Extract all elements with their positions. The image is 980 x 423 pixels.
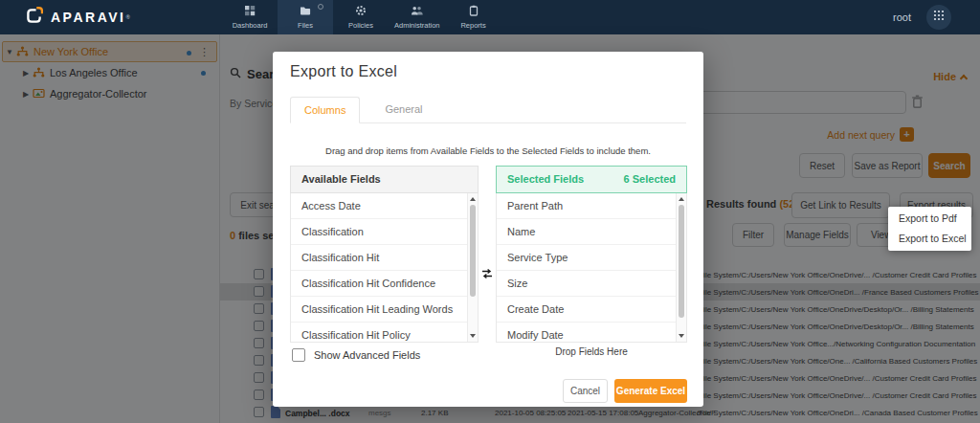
people-icon	[411, 5, 423, 18]
advanced-fields-row: Show Advanced Fields	[292, 348, 420, 362]
field-item[interactable]: Modify Date	[497, 323, 686, 343]
nav-label: Reports	[460, 21, 485, 30]
field-item[interactable]: Parent Path	[497, 193, 686, 219]
grid-dots-icon	[932, 9, 946, 26]
nav-tab-files[interactable]: Files	[278, 0, 333, 34]
show-advanced-fields-checkbox[interactable]	[292, 348, 305, 362]
nav-right: root	[893, 0, 980, 34]
export-results-menu: Export to Pdf Export to Excel	[888, 207, 971, 251]
selected-fields-body: Parent Path Name Service Type Size Creat…	[496, 193, 687, 343]
field-item[interactable]: Create Date	[497, 297, 686, 323]
show-advanced-fields-label: Show Advanced Fields	[314, 349, 420, 361]
app-grid-button[interactable]	[926, 5, 951, 30]
nav-label: Dashboard	[233, 21, 268, 30]
scroll-up-icon[interactable]	[679, 197, 684, 201]
drag-drop-instruction: Drag and drop items from Available Field…	[273, 145, 703, 156]
nav-label: Files	[298, 21, 313, 30]
available-fields-body: Access Date Classification Classificatio…	[290, 193, 479, 343]
gear-icon	[355, 5, 367, 18]
selected-fields-count: 6 Selected	[624, 167, 676, 192]
brand-registered-mark: ®	[125, 14, 132, 20]
tab-general[interactable]: General	[360, 96, 447, 122]
field-item[interactable]: Classification	[291, 219, 478, 245]
user-menu[interactable]: root	[893, 11, 911, 23]
nav-tab-dashboard[interactable]: Dashboard	[222, 0, 278, 34]
files-badge-icon	[318, 4, 323, 10]
selected-fields-list: Selected Fields 6 Selected Parent Path N…	[496, 166, 687, 343]
field-item[interactable]: Service Type	[497, 245, 686, 271]
field-item[interactable]: Classification Hit	[291, 245, 478, 271]
nav-tab-administration[interactable]: Administration	[389, 0, 446, 34]
scroll-down-icon[interactable]	[679, 334, 684, 338]
field-item[interactable]: Size	[497, 271, 686, 297]
brand-name: APARAVI®	[51, 7, 132, 28]
selected-fields-header: Selected Fields 6 Selected	[496, 166, 687, 193]
field-item[interactable]: Classification Hit Confidence	[291, 271, 478, 297]
menu-item-export-to-excel[interactable]: Export to Excel	[888, 229, 971, 249]
nav-label: Administration	[394, 21, 440, 30]
tab-columns[interactable]: Columns	[290, 97, 360, 123]
drop-fields-hint: Drop Fields Here	[496, 346, 687, 357]
scroll-up-icon[interactable]	[470, 197, 476, 201]
scrollbar[interactable]	[467, 193, 478, 342]
scrollbar[interactable]	[676, 193, 686, 342]
selected-fields-title: Selected Fields	[507, 167, 584, 192]
aparavi-logo: APARAVI®	[25, 7, 132, 29]
available-fields-header: Available Fields	[290, 166, 479, 193]
modal-tabs: Columns General	[290, 97, 686, 123]
export-to-excel-modal: Export to Excel Columns General Drag and…	[273, 52, 703, 407]
available-fields-list: Available Fields Access Date Classificat…	[290, 166, 479, 343]
scroll-thumb[interactable]	[470, 205, 476, 297]
transfer-arrows-icon	[480, 266, 494, 283]
cancel-button[interactable]: Cancel	[563, 379, 608, 403]
modal-title: Export to Excel	[290, 63, 397, 80]
menu-item-export-to-pdf[interactable]: Export to Pdf	[888, 209, 971, 229]
scroll-thumb[interactable]	[679, 205, 684, 318]
generate-excel-button[interactable]: Generate Excel	[614, 379, 687, 403]
field-item[interactable]: Classification Hit Leading Words	[291, 297, 478, 323]
scroll-down-icon[interactable]	[470, 334, 476, 338]
dashboard-icon	[244, 5, 256, 18]
aparavi-logo-icon	[25, 7, 43, 29]
primary-nav: Dashboard Files Policies	[222, 0, 501, 34]
nav-tab-policies[interactable]: Policies	[333, 0, 389, 34]
nav-label: Policies	[348, 21, 373, 30]
top-nav: APARAVI® Dashboard Files	[0, 0, 980, 34]
field-item[interactable]: Classification Hit Policy	[291, 323, 478, 343]
nav-tab-reports[interactable]: Reports	[446, 0, 501, 34]
folder-icon	[300, 5, 311, 18]
field-item[interactable]: Name	[497, 219, 686, 245]
field-item[interactable]: Access Date	[291, 193, 478, 219]
clipboard-icon	[468, 5, 479, 18]
